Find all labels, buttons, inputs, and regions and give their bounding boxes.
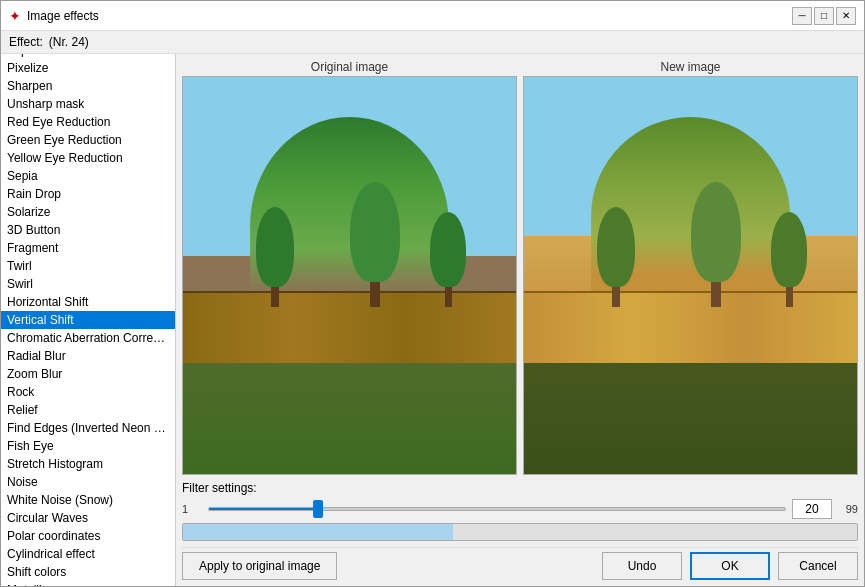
progress-track — [182, 523, 858, 541]
effect-item-pixelize[interactable]: Pixelize — [1, 59, 175, 77]
main-window: ✦ Image effects ─ □ ✕ Effect: (Nr. 24) B… — [0, 0, 865, 587]
slider-max: 99 — [838, 503, 858, 515]
original-image-label: Original image — [311, 60, 388, 74]
close-button[interactable]: ✕ — [836, 7, 856, 25]
maximize-button[interactable]: □ — [814, 7, 834, 25]
original-image — [183, 77, 516, 474]
filter-section: Filter settings: 1 20 99 — [182, 481, 858, 541]
original-image-box — [182, 76, 517, 475]
app-icon: ✦ — [9, 8, 21, 24]
main-panel: Original image — [176, 54, 864, 586]
new-tree-top-1 — [597, 207, 635, 287]
orig-tree-top-1 — [256, 207, 294, 287]
effect-item-shift-colors[interactable]: Shift colors — [1, 563, 175, 581]
progress-bar-row — [182, 523, 858, 541]
effect-item-metallic[interactable]: Metallic — [1, 581, 175, 586]
title-bar: ✦ Image effects ─ □ ✕ — [1, 1, 864, 31]
effect-item-sharpen[interactable]: Sharpen — [1, 77, 175, 95]
slider-container[interactable] — [208, 499, 786, 519]
effect-item-vertical-shift[interactable]: Vertical Shift — [1, 311, 175, 329]
new-tree-2 — [691, 182, 741, 307]
slider-min: 1 — [182, 503, 202, 515]
effect-item-swirl[interactable]: Swirl — [1, 275, 175, 293]
ok-button[interactable]: OK — [690, 552, 770, 580]
effect-item-yellow-eye-reduction[interactable]: Yellow Eye Reduction — [1, 149, 175, 167]
effect-bar: Effect: (Nr. 24) — [1, 31, 864, 54]
slider-thumb[interactable] — [313, 500, 323, 518]
buttons-row: Apply to original image Undo OK Cancel — [182, 547, 858, 580]
effect-item-green-eye-reduction[interactable]: Green Eye Reduction — [1, 131, 175, 149]
progress-fill — [183, 524, 453, 540]
effect-item-fish-eye[interactable]: Fish Eye — [1, 437, 175, 455]
slider-track — [208, 507, 786, 511]
effect-item-rain-drop[interactable]: Rain Drop — [1, 185, 175, 203]
original-image-panel: Original image — [182, 60, 517, 475]
filter-settings-label: Filter settings: — [182, 481, 858, 495]
effect-item-white-noise[interactable]: White Noise (Snow) — [1, 491, 175, 509]
orig-tree-3 — [430, 212, 466, 307]
orig-tree-top-2 — [350, 182, 400, 282]
effect-item-unsharp-mask[interactable]: Unsharp mask — [1, 95, 175, 113]
new-tree-top-3 — [771, 212, 807, 287]
effect-item-relief[interactable]: Relief — [1, 401, 175, 419]
effect-item-noise[interactable]: Noise — [1, 473, 175, 491]
effect-list-panel: BlurGaussian BlurFast Gaussian BlurBlur … — [1, 54, 176, 586]
slider-row: 1 20 99 — [182, 499, 858, 519]
effect-item-radial-blur[interactable]: Radial Blur — [1, 347, 175, 365]
new-image — [524, 77, 857, 474]
orig-tree-top-3 — [430, 212, 466, 287]
new-image-box — [523, 76, 858, 475]
effect-item-solarize[interactable]: Solarize — [1, 203, 175, 221]
new-trunk-2 — [711, 282, 721, 307]
effect-item-rock[interactable]: Rock — [1, 383, 175, 401]
apply-button[interactable]: Apply to original image — [182, 552, 337, 580]
window-title: Image effects — [27, 9, 99, 23]
effect-item-circular-waves[interactable]: Circular Waves — [1, 509, 175, 527]
effect-item-fragment[interactable]: Fragment — [1, 239, 175, 257]
effect-item-horizontal-shift[interactable]: Horizontal Shift — [1, 293, 175, 311]
window-controls: ─ □ ✕ — [792, 7, 856, 25]
effect-item-zoom-blur[interactable]: Zoom Blur — [1, 365, 175, 383]
effect-item-polar-coordinates[interactable]: Polar coordinates — [1, 527, 175, 545]
orig-trunk-3 — [445, 287, 452, 307]
effect-list[interactable]: BlurGaussian BlurFast Gaussian BlurBlur … — [1, 54, 175, 586]
effect-item-stretch-histogram[interactable]: Stretch Histogram — [1, 455, 175, 473]
new-image-panel: New image — [523, 60, 858, 475]
effect-item-chromatic-aberration[interactable]: Chromatic Aberration Correction — [1, 329, 175, 347]
effect-item-twirl[interactable]: Twirl — [1, 257, 175, 275]
orig-trunk-2 — [370, 282, 380, 307]
effect-item-red-eye-reduction[interactable]: Red Eye Reduction — [1, 113, 175, 131]
content-area: BlurGaussian BlurFast Gaussian BlurBlur … — [1, 54, 864, 586]
new-trunk-1 — [612, 287, 620, 307]
title-bar-left: ✦ Image effects — [9, 8, 99, 24]
effect-item-find-edges-inverted[interactable]: Find Edges (Inverted Neon edge) — [1, 419, 175, 437]
slider-value[interactable]: 20 — [792, 499, 832, 519]
cancel-button[interactable]: Cancel — [778, 552, 858, 580]
orig-trunk-1 — [271, 287, 279, 307]
orig-tree-2 — [350, 182, 400, 307]
new-trunk-3 — [786, 287, 793, 307]
images-row: Original image — [182, 60, 858, 475]
new-tree-1 — [597, 207, 635, 307]
orig-tree-1 — [256, 207, 294, 307]
minimize-button[interactable]: ─ — [792, 7, 812, 25]
new-tree-top-2 — [691, 182, 741, 282]
effect-value: (Nr. 24) — [49, 35, 89, 49]
new-image-label: New image — [660, 60, 720, 74]
new-tree-3 — [771, 212, 807, 307]
effect-label: Effect: — [9, 35, 43, 49]
effect-item-3d-button[interactable]: 3D Button — [1, 221, 175, 239]
effect-item-cylindrical-effect[interactable]: Cylindrical effect — [1, 545, 175, 563]
slider-fill — [209, 508, 318, 510]
effect-item-sepia[interactable]: Sepia — [1, 167, 175, 185]
undo-button[interactable]: Undo — [602, 552, 682, 580]
